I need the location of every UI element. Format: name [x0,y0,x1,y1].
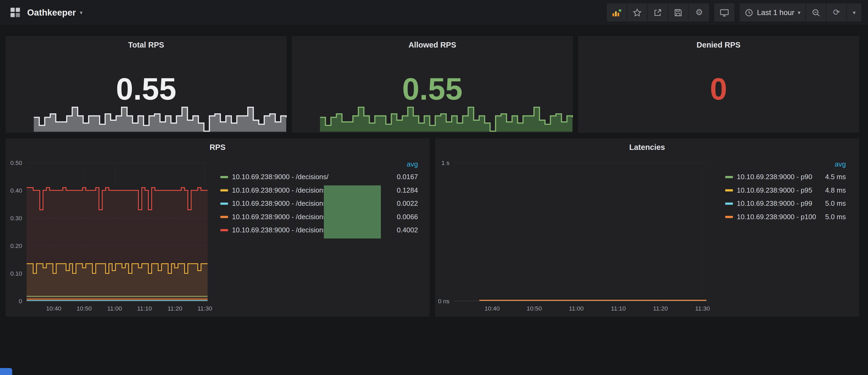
legend-row[interactable]: 10.10.69.238:9000 - p1005.0 ms [725,210,846,223]
monitor-icon [720,8,729,17]
panel-title[interactable]: Denied RPS [578,40,859,49]
share-icon [654,8,662,17]
grid-icon [10,7,21,18]
legend-series-name[interactable]: 10.10.69.238:9000 - p99 [737,200,821,208]
svg-text:0: 0 [19,298,22,305]
legend-swatch-icon[interactable] [725,202,733,205]
legend-swatch-icon[interactable] [220,176,228,178]
corner-badge[interactable] [0,368,12,375]
svg-text:11:30: 11:30 [197,305,212,312]
svg-text:11:00: 11:00 [107,305,122,312]
legend-row[interactable]: 10.10.69.238:9000 - p904.5 ms [725,170,846,184]
green-overlay [324,185,381,239]
legend-swatch-icon[interactable] [220,202,228,205]
legend-avg-value: 5.0 ms [825,200,846,208]
stat-value: 0.55 [292,73,573,104]
legend-series-name[interactable]: 10.10.69.238:9000 - p90 [737,173,821,181]
stat-value: 0.55 [6,73,287,104]
svg-text:11:20: 11:20 [653,305,668,312]
legend-avg-value: 0.0022 [397,200,418,208]
legend-swatch-icon[interactable] [220,216,228,218]
panel-title[interactable]: Allowed RPS [292,40,573,49]
view-mode-group [714,3,735,22]
save-icon [674,8,683,17]
legend-avg-header[interactable]: avg [220,160,418,170]
legend-row[interactable]: 10.10.69.238:9000 - /decisions/0.4002 [220,223,418,237]
svg-text:11:10: 11:10 [611,305,626,312]
svg-text:1 s: 1 s [441,159,449,166]
panel-title[interactable]: Total RPS [6,40,287,49]
legend-swatch-icon[interactable] [220,189,228,191]
legend-avg-value: 0.1284 [397,186,418,194]
svg-text:0.30: 0.30 [10,215,22,222]
dashboard-body: Total RPS 0.55 Allowed RPS 0.55 Denied R… [0,25,868,317]
settings-button[interactable]: ⚙ [689,3,709,22]
panel-total-rps: Total RPS 0.55 [6,36,287,133]
add-panel-button[interactable] [607,3,627,22]
chevron-down-icon: ▾ [798,10,800,15]
zoom-out-icon [812,8,820,17]
svg-text:11:00: 11:00 [569,305,584,312]
chevron-down-icon: ▾ [853,10,856,15]
legend-rows: 10.10.69.238:9000 - p904.5 ms10.10.69.23… [725,170,846,223]
refresh-interval-button[interactable]: ▾ [847,3,862,22]
panel-title[interactable]: RPS [6,143,430,152]
dashboard-actions-group: ⚙ [607,3,709,22]
add-panel-icon [612,8,622,17]
star-button[interactable] [627,3,648,22]
navbar-actions: ⚙ Last 1 hour ▾ [607,3,862,22]
save-button[interactable] [668,3,689,22]
legend-row[interactable]: 10.10.69.238:9000 - p954.8 ms [725,184,846,197]
dashboard-picker-button[interactable] [7,5,24,20]
legend-swatch-icon[interactable] [725,176,733,178]
legend-swatch-icon[interactable] [725,189,733,191]
legend-avg-value: 4.5 ms [825,173,846,181]
legend-avg-value: 0.0066 [397,213,418,221]
time-range-button[interactable]: Last 1 hour ▾ [740,3,806,22]
stat-row: Total RPS 0.55 Allowed RPS 0.55 Denied R… [6,36,859,133]
chevron-down-icon: ▾ [80,10,83,15]
svg-text:10:40: 10:40 [46,305,61,312]
svg-text:10:50: 10:50 [76,305,92,312]
svg-text:0.40: 0.40 [10,187,22,194]
legend-series-name[interactable]: 10.10.69.238:9000 - p100 [737,213,821,221]
svg-text:0.10: 0.10 [10,270,22,277]
dashboard-title-dropdown[interactable]: Oathkeeper ▾ [27,7,83,18]
svg-text:0.20: 0.20 [10,242,22,249]
legend-row[interactable]: 10.10.69.238:9000 - /decisions/0.0022 [220,197,418,210]
panel-denied-rps: Denied RPS 0 [578,36,859,133]
legend-swatch-icon[interactable] [220,229,228,231]
legend-avg-value: 4.8 ms [825,186,846,194]
legend-row[interactable]: 10.10.69.238:9000 - /decisions/0.0066 [220,210,418,223]
time-range-label: Last 1 hour [757,8,794,17]
rps-legend: avg 10.10.69.238:9000 - /decisions/0.016… [220,160,418,237]
legend-series-name[interactable]: 10.10.69.238:9000 - p95 [737,186,821,194]
legend-avg-value: 0.0167 [397,173,418,181]
grafana-dashboard: Oathkeeper ▾ [0,0,868,375]
refresh-icon: ⟳ [833,8,840,17]
legend-avg-header[interactable]: avg [725,160,846,170]
svg-text:10:40: 10:40 [485,305,500,312]
refresh-button[interactable]: ⟳ [827,3,847,22]
legend-swatch-icon[interactable] [725,216,733,218]
star-icon [633,8,642,17]
legend-row[interactable]: 10.10.69.238:9000 - /decisions/0.1284 [220,184,418,197]
graph-row: RPS 00.100.200.300.400.5010:4010:5011:00… [6,138,859,316]
svg-text:0 ns: 0 ns [438,298,450,305]
svg-text:0.50: 0.50 [10,159,22,166]
legend-avg-value: 5.0 ms [825,213,846,221]
svg-text:11:30: 11:30 [695,305,710,312]
share-button[interactable] [648,3,668,22]
panel-title[interactable]: Latencies [435,143,859,152]
svg-text:10:50: 10:50 [527,305,542,312]
legend-row[interactable]: 10.10.69.238:9000 - /decisions/0.0167 [220,170,418,184]
zoom-out-button[interactable] [806,3,826,22]
panel-rps: RPS 00.100.200.300.400.5010:4010:5011:00… [6,138,430,316]
legend-row[interactable]: 10.10.69.238:9000 - p995.0 ms [725,197,846,210]
legend-series-name[interactable]: 10.10.69.238:9000 - /decisions/ [232,173,392,181]
stat-value: 0 [578,73,859,104]
panel-allowed-rps: Allowed RPS 0.55 [292,36,573,133]
navbar: Oathkeeper ▾ [0,0,868,25]
tv-mode-button[interactable] [714,3,735,22]
panel-latencies: Latencies 0 ns1 s10:4010:5011:0011:1011:… [435,138,859,316]
